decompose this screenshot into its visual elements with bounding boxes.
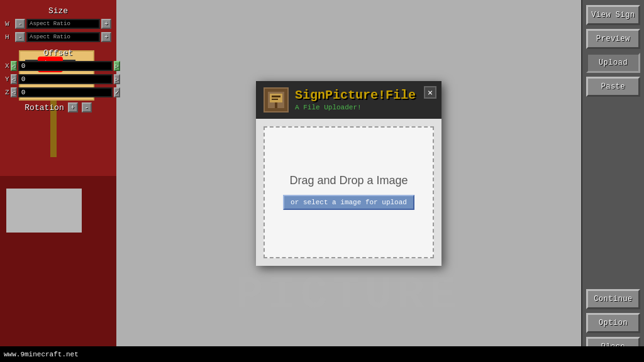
modal-overlay: SignPicture!File A File Uploader! × Drag… <box>116 0 581 346</box>
option-button[interactable]: Option <box>586 313 640 333</box>
z-offset-row: Z ◁ ✓ <box>5 87 111 97</box>
height-aspect-ratio: Aspect Ratio <box>30 34 70 40</box>
z-value-input[interactable] <box>18 87 113 97</box>
y-value-input[interactable] <box>18 74 113 84</box>
rotation-plus-button[interactable]: + <box>68 102 78 112</box>
rotation-row: Rotation + - <box>5 102 111 112</box>
z-minus-button[interactable]: ◁ <box>11 87 17 97</box>
svg-rect-13 <box>270 94 282 102</box>
y-label: Y <box>5 75 9 83</box>
y-minus-button[interactable]: ◁ <box>11 74 17 84</box>
rotation-label: Rotation <box>25 103 64 112</box>
file-uploader-modal: SignPicture!File A File Uploader! × Drag… <box>256 81 441 266</box>
width-minus-button[interactable]: - <box>15 19 25 29</box>
width-row: W - Aspect Ratio + <box>5 19 111 29</box>
svg-rect-8 <box>6 189 82 233</box>
x-minus-button[interactable]: ◁ <box>11 61 17 71</box>
svg-rect-14 <box>275 102 277 108</box>
height-label: H <box>5 33 14 41</box>
height-value-display: Aspect Ratio <box>26 32 100 42</box>
offset-label: Offset <box>43 48 73 58</box>
sign-icon <box>267 90 286 109</box>
paste-button[interactable]: Paste <box>586 77 640 97</box>
bottom-bar: www.9minecraft.net <box>0 346 644 362</box>
sidebar-spacer <box>586 101 640 285</box>
height-minus-button[interactable]: - <box>15 32 25 42</box>
drop-zone-text: Drag and Drop a Image <box>289 174 408 187</box>
x-value-input[interactable] <box>18 61 113 71</box>
view-sign-button[interactable]: View Sign <box>586 5 640 25</box>
x-offset-row: X ◁ ▷ <box>5 61 111 71</box>
preview-button[interactable]: Preview <box>586 29 640 49</box>
y-offset-row: Y ◁ ▷ <box>5 74 111 84</box>
size-label: Size <box>48 6 68 16</box>
modal-subtitle: A File Uploader! <box>295 104 416 111</box>
x-label: X <box>5 62 9 70</box>
width-label: W <box>5 20 14 28</box>
width-aspect-ratio: Aspect Ratio <box>30 21 70 27</box>
modal-title-area: SignPicture!File A File Uploader! <box>295 88 416 111</box>
modal-title: SignPicture!File <box>295 88 416 102</box>
width-value-display: Aspect Ratio <box>26 19 100 29</box>
svg-rect-15 <box>272 96 280 97</box>
upload-button[interactable]: Upload <box>586 53 640 73</box>
rotation-minus-button[interactable]: - <box>82 102 92 112</box>
drop-zone[interactable]: Drag and Drop a Image or select a image … <box>264 126 434 258</box>
website-url: www.9minecraft.net <box>4 351 79 358</box>
z-label: Z <box>5 89 9 96</box>
svg-rect-16 <box>272 99 278 100</box>
height-plus-button[interactable]: + <box>101 32 111 42</box>
modal-header: SignPicture!File A File Uploader! <box>256 81 441 119</box>
select-image-button[interactable]: or select a image for upload <box>283 195 414 210</box>
modal-body: Drag and Drop a Image or select a image … <box>256 119 441 266</box>
modal-icon <box>264 87 289 112</box>
left-controls-panel: Size W - Aspect Ratio + H - Aspect Ratio… <box>0 0 116 120</box>
right-sidebar: View Sign Preview Upload Paste Continue … <box>581 0 644 362</box>
width-plus-button[interactable]: + <box>101 19 111 29</box>
modal-close-button[interactable]: × <box>424 86 436 99</box>
height-row: H - Aspect Ratio + <box>5 32 111 42</box>
continue-button[interactable]: Continue <box>586 289 640 309</box>
